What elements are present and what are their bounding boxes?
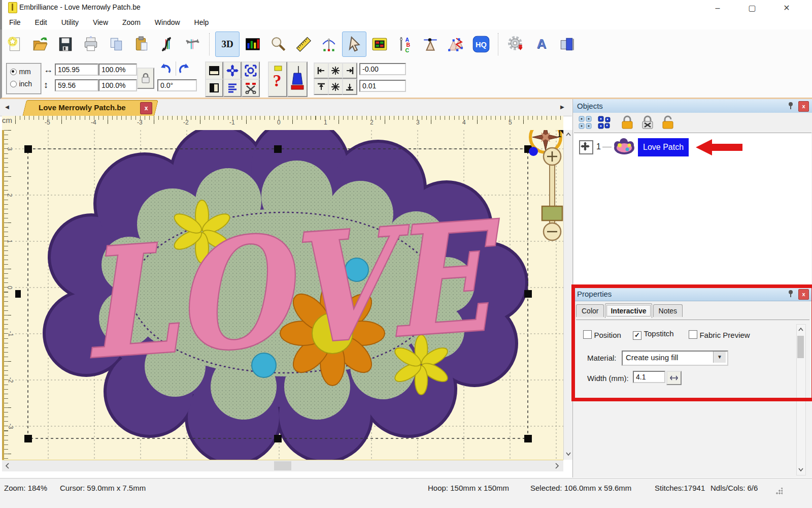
thread-palette-button[interactable] — [367, 31, 392, 57]
design-point-button[interactable] — [418, 31, 443, 57]
pscroll-up-icon[interactable] — [798, 327, 803, 332]
help-pointer-button[interactable]: ? — [268, 61, 287, 97]
stitch-colors-button[interactable] — [241, 31, 265, 57]
align-center-v-button[interactable] — [328, 79, 343, 95]
align-right-button[interactable] — [342, 62, 357, 79]
menu-file[interactable]: File — [2, 18, 28, 26]
unlock-object-icon[interactable] — [660, 115, 675, 130]
tab-notes[interactable]: Notes — [653, 304, 683, 317]
material-dropdown[interactable]: Create using fill ▼ — [622, 351, 728, 366]
pscroll-down-icon[interactable] — [798, 467, 803, 472]
stitch-edit-button[interactable] — [444, 31, 468, 57]
measure-tool-button[interactable] — [291, 31, 316, 57]
height-input[interactable] — [55, 79, 98, 91]
unit-mm-radio[interactable]: mm — [10, 68, 31, 77]
flip-vertical-button[interactable] — [180, 31, 205, 57]
lock-disabled-icon[interactable] — [640, 115, 655, 130]
minimize-button[interactable]: – — [707, 2, 728, 14]
copy-button[interactable] — [104, 31, 128, 57]
tab-interactive[interactable]: Interactive — [605, 303, 652, 318]
paste-button[interactable] — [129, 31, 154, 57]
hq-mode-button[interactable]: HQ — [469, 31, 493, 57]
properties-close-icon[interactable]: x — [798, 289, 809, 300]
scroll-up-icon[interactable] — [566, 132, 571, 137]
width-percent-input[interactable] — [98, 64, 137, 76]
redo-button[interactable] — [176, 61, 192, 76]
scroll-down-icon[interactable] — [566, 451, 571, 456]
canvas-horizontal-scrollbar[interactable] — [2, 460, 563, 471]
align-objects-icon[interactable] — [578, 115, 592, 130]
resize-grip[interactable] — [775, 488, 783, 495]
topstitch-checkbox[interactable]: ✓ Topstitch — [633, 330, 674, 340]
save-button[interactable] — [53, 31, 78, 57]
fabric-preview-checkbox[interactable]: Fabric Preview — [689, 330, 750, 341]
trim-button[interactable] — [242, 79, 260, 97]
checkbox-box[interactable] — [689, 330, 697, 339]
offset-top-input[interactable] — [359, 63, 406, 75]
properties-pin-icon[interactable] — [786, 289, 795, 298]
zoom-tool-button[interactable] — [266, 31, 290, 57]
pscroll-thumb[interactable] — [797, 336, 804, 358]
tab-scroll-left[interactable]: ◄ — [3, 101, 11, 113]
dropdown-arrow-icon[interactable]: ▼ — [713, 352, 726, 363]
objects-pin-icon[interactable] — [786, 101, 795, 110]
text-tool-button[interactable]: A — [529, 31, 554, 57]
width-input[interactable] — [55, 64, 98, 76]
lettering-button[interactable]: ABC — [393, 31, 417, 57]
offset-bottom-input[interactable] — [359, 80, 406, 92]
tab-color[interactable]: Color — [576, 304, 604, 317]
3d-view-button[interactable]: 3D — [215, 31, 240, 57]
tab-close-button[interactable]: x — [140, 102, 152, 114]
distribute-objects-icon[interactable] — [597, 115, 612, 130]
align-top-button[interactable] — [314, 79, 329, 95]
scroll-right-icon[interactable] — [554, 463, 559, 469]
stitch-simulator-button[interactable] — [317, 31, 341, 57]
properties-scrollbar[interactable] — [796, 324, 806, 475]
menu-zoom[interactable]: Zoom — [115, 18, 148, 26]
position-checkbox[interactable]: Position — [583, 330, 621, 341]
height-percent-input[interactable] — [98, 79, 137, 91]
patch-love-text[interactable]: LOVE — [76, 187, 510, 393]
rotation-input[interactable] — [157, 79, 197, 91]
show-hoop-button[interactable] — [205, 61, 223, 80]
scroll-left-icon[interactable] — [5, 463, 10, 469]
object-thumbnail[interactable] — [613, 137, 636, 157]
undo-button[interactable] — [157, 61, 174, 76]
contrast-view-button[interactable] — [205, 79, 223, 97]
align-center-h-button[interactable] — [328, 62, 343, 79]
unit-inch-radio[interactable]: inch — [10, 80, 32, 89]
open-button[interactable] — [28, 31, 52, 57]
width-mm-input[interactable] — [633, 371, 665, 383]
lock-object-icon[interactable] — [620, 115, 635, 130]
width-adjust-button[interactable] — [666, 371, 682, 385]
menu-utility[interactable]: Utility — [54, 18, 86, 26]
checkbox-box[interactable] — [583, 330, 592, 339]
tab-scroll-right[interactable]: ► — [558, 101, 566, 113]
print-button[interactable] — [79, 31, 103, 57]
new-button[interactable] — [3, 31, 27, 57]
hscroll-thumb[interactable] — [274, 461, 291, 470]
maximize-button[interactable]: ▢ — [742, 2, 762, 14]
design-canvas[interactable]: LOVE N — [15, 130, 563, 460]
menu-window[interactable]: Window — [148, 18, 187, 26]
align-left-button[interactable] — [314, 62, 329, 79]
checkbox-box[interactable]: ✓ — [633, 331, 641, 340]
menu-view[interactable]: View — [86, 18, 115, 26]
stamp-button[interactable] — [287, 61, 308, 97]
resize-design-button[interactable] — [555, 31, 579, 57]
object-item-love-patch[interactable]: Love Patch — [638, 138, 689, 156]
center-design-button[interactable] — [223, 61, 242, 80]
select-tool-button[interactable] — [342, 31, 366, 57]
canvas-vertical-scrollbar[interactable] — [563, 130, 573, 460]
merge-design-button[interactable] — [504, 31, 528, 57]
aspect-lock-button[interactable] — [137, 68, 154, 89]
align-bottom-button[interactable] — [342, 79, 357, 95]
objects-close-icon[interactable]: x — [798, 101, 809, 112]
sequence-view-button[interactable] — [223, 79, 242, 97]
canvas-zoom-slider[interactable] — [542, 148, 562, 240]
menu-help[interactable]: Help — [187, 18, 216, 26]
menu-edit[interactable]: Edit — [28, 18, 54, 26]
zoom-slider-handle[interactable] — [542, 206, 562, 220]
close-button[interactable]: ✕ — [776, 2, 797, 14]
fit-view-button[interactable] — [242, 61, 260, 80]
